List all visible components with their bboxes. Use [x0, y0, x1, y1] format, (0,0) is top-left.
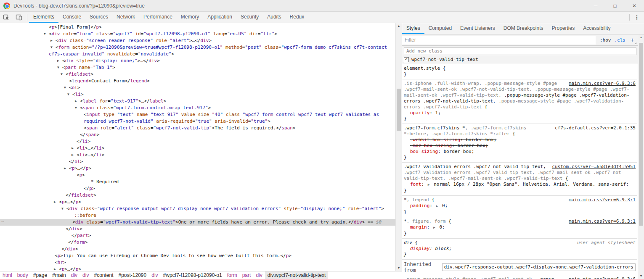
expand-arrow-open-icon[interactable]: ▼	[57, 64, 59, 71]
tree-node[interactable]: ▼<div role="form" class="wpcf7" id="wpcf…	[0, 31, 402, 37]
expand-arrow-closed-icon[interactable]: ▶	[54, 199, 56, 205]
expand-value-arrow-icon[interactable]: ▶	[433, 226, 435, 229]
add-new-class-input[interactable]: Add new class	[404, 47, 636, 55]
tree-node[interactable]: ▶<li>…</li>	[0, 152, 402, 158]
rule-selector[interactable]: main.min.css?ver=6.9.3:6.popup-message-s…	[404, 276, 636, 279]
rule-selector[interactable]: main.min.css?ver=6.9.3:1*, figure, form …	[404, 218, 636, 224]
inspect-element-icon[interactable]	[0, 12, 13, 23]
breadcrumb-item[interactable]: #page	[31, 271, 50, 279]
elements-scrollbar[interactable]: ▲ ▼	[395, 23, 402, 271]
devtools-menu-kebab-icon[interactable]: ⋮	[631, 12, 642, 23]
sidebar-tab-event-listeners[interactable]: Event Listeners	[456, 23, 499, 34]
maximize-button[interactable]: □	[605, 0, 625, 12]
tree-node[interactable]: ▼<fieldset>	[0, 71, 402, 78]
expand-arrow-open-icon[interactable]: ▼	[44, 31, 46, 37]
tree-node[interactable]: * Required	[0, 179, 402, 185]
tree-node[interactable]: ▶<label for="text-917">…</label>	[0, 98, 402, 105]
tree-node[interactable]: ▼<ol>	[0, 84, 402, 91]
stylesheet-link[interactable]: main.min.css?ver=6.9.3:1	[569, 218, 636, 224]
breadcrumb-item[interactable]: body	[15, 271, 31, 279]
stylesheet-link[interactable]: main.min.css?ver=6.9.3:1	[569, 197, 636, 203]
expand-arrow-closed-icon[interactable]: ▶	[75, 98, 77, 105]
tree-node[interactable]: <hr>	[0, 259, 402, 266]
tree-node[interactable]: <p>Tip: You can use Firebug or Chrome De…	[0, 253, 402, 259]
tree-node[interactable]: </ol>	[0, 158, 402, 165]
tree-node[interactable]: ▼<form action="/?p=12090&preview=true#wp…	[0, 44, 402, 51]
sidebar-tab-accessibility[interactable]: Accessibility	[579, 23, 615, 34]
scroll-up-icon[interactable]: ▲	[396, 23, 402, 29]
stylesheet-link[interactable]: custom.css?ver=…6581e3df4:5951	[552, 164, 636, 170]
tree-node[interactable]: cf7s-caspar invalid" novalidate="novalid…	[0, 51, 402, 58]
css-property[interactable]: font: ▶ normal 16px / 28px "Open Sans", …	[404, 182, 636, 188]
css-property[interactable]: box-sizing: border-box;	[404, 149, 636, 155]
tree-node[interactable]: ▼<div class="wpcf7-response-output wpcf7…	[0, 205, 402, 212]
tab-memory[interactable]: Memory	[177, 12, 203, 23]
expand-arrow-open-icon[interactable]: ▼	[61, 71, 63, 78]
tree-node[interactable]: ▶<p>…</p>	[0, 199, 402, 205]
sidebar-tab-computed[interactable]: Computed	[424, 23, 456, 34]
tree-node[interactable]: <input type="text" name="text-917" value…	[0, 111, 402, 118]
stylesheet-link[interactable]: main.min.css?ver=6.9.3:6	[569, 276, 636, 279]
tab-performance[interactable]: Performance	[139, 12, 177, 23]
tree-node[interactable]: </div>	[0, 246, 402, 253]
tree-node[interactable]: </p>	[0, 185, 402, 192]
tree-node[interactable]: </span>	[0, 132, 402, 138]
rule-selector[interactable]: main.min.css?ver=6.9.3:6.is-iphone .full…	[404, 81, 636, 110]
sidebar-tab-properties[interactable]: Properties	[547, 23, 579, 34]
tab-security[interactable]: Security	[236, 12, 263, 23]
expand-arrow-closed-icon[interactable]: ▶	[50, 37, 53, 44]
breadcrumb-item[interactable]: div	[80, 271, 91, 279]
breadcrumb-item[interactable]: div	[69, 271, 80, 279]
scroll-up-icon[interactable]: ▲	[638, 34, 644, 40]
expand-arrow-open-icon[interactable]: ▼	[64, 84, 66, 91]
rule-selector[interactable]: main.min.css?ver=6.9.3:1*, legend {	[404, 197, 636, 203]
css-property[interactable]: -webkit-box-sizing: border-box;	[404, 137, 636, 143]
expand-arrow-closed-icon[interactable]: ▶	[72, 145, 74, 152]
scrollbar-thumb[interactable]	[397, 89, 401, 131]
class-checkbox[interactable]	[404, 57, 409, 62]
breadcrumb-item[interactable]: form	[225, 271, 240, 279]
minimize-button[interactable]: ─	[586, 0, 605, 12]
tab-console[interactable]: Console	[58, 12, 85, 23]
rule-selector[interactable]: element.style {	[404, 66, 636, 71]
new-style-rule-button[interactable]: +	[629, 37, 636, 43]
tree-node[interactable]: </div>	[0, 226, 402, 232]
tree-node[interactable]: required wpcf7-not-valid" aria-required=…	[0, 118, 402, 125]
breadcrumb-item-selected[interactable]: div.wpcf7-not-valid-tip-text	[265, 271, 329, 279]
sidebar-tab-dom-breakpoints[interactable]: DOM Breakpoints	[499, 23, 548, 34]
css-property[interactable]: opacity: 1;	[404, 110, 636, 116]
expand-value-arrow-icon[interactable]: ▶	[428, 183, 430, 187]
expand-arrow-open-icon[interactable]: ▼	[75, 105, 77, 111]
expand-arrow-open-icon[interactable]: ▼	[50, 44, 53, 51]
inherited-node-link[interactable]: div.wpcf7-response-output.wpcf7-display-…	[442, 263, 636, 271]
tab-network[interactable]: Network	[112, 12, 139, 23]
breadcrumb-item[interactable]: #post-12090	[116, 271, 149, 279]
expand-arrow-closed-icon[interactable]: ▶	[64, 165, 66, 172]
expand-arrow-open-icon[interactable]: ▼	[67, 91, 69, 98]
css-property[interactable]: -moz-box-sizing: border-box;	[404, 143, 636, 149]
tab-elements[interactable]: Elements	[29, 12, 58, 23]
tree-node[interactable]: ▶<div style="display: none;">…</div>	[0, 58, 402, 64]
sidebar-tab-styles[interactable]: Styles	[402, 23, 424, 34]
tree-node[interactable]: ▼<span class="wpcf7-form-control-wrap te…	[0, 105, 402, 111]
tree-node[interactable]: </form>	[0, 239, 402, 246]
tree-node[interactable]: ▶<li>…</li>	[0, 145, 402, 152]
element-classes-toggle[interactable]: .cls	[615, 37, 626, 43]
breadcrumb-item[interactable]: div	[149, 271, 160, 279]
css-property[interactable]: display: block;	[404, 246, 636, 252]
rule-selector[interactable]: custom.css?ver=…6581e3df4:5951.wpcf7-val…	[404, 164, 636, 182]
close-button[interactable]: ✕	[625, 0, 644, 12]
expand-value-arrow-icon[interactable]: ▶	[436, 204, 438, 208]
tree-node[interactable]: <span role="alert" class="wpcf7-not-vali…	[0, 125, 402, 132]
tab-sources[interactable]: Sources	[85, 12, 112, 23]
tree-node[interactable]: </li>	[0, 138, 402, 145]
rule-selector[interactable]: user agent stylesheetdiv {	[404, 240, 636, 246]
breadcrumb-item[interactable]: part	[240, 271, 254, 279]
rule-selector[interactable]: cf7s-default.css?ver=2.0.1:35.wpcf7-form…	[404, 125, 636, 137]
tree-node[interactable]: ▼<part name="Tab 1">	[0, 64, 402, 71]
tree-node-selected[interactable]: …<div class="wpcf7-not-valid-tip-text">O…	[0, 219, 402, 226]
css-property[interactable]: margin: ▶ 0;	[404, 224, 636, 231]
breadcrumb-item[interactable]: #main	[50, 271, 69, 279]
tree-node[interactable]: <p>[Final Form]</p>	[0, 24, 402, 31]
tab-audits[interactable]: Audits	[263, 12, 285, 23]
